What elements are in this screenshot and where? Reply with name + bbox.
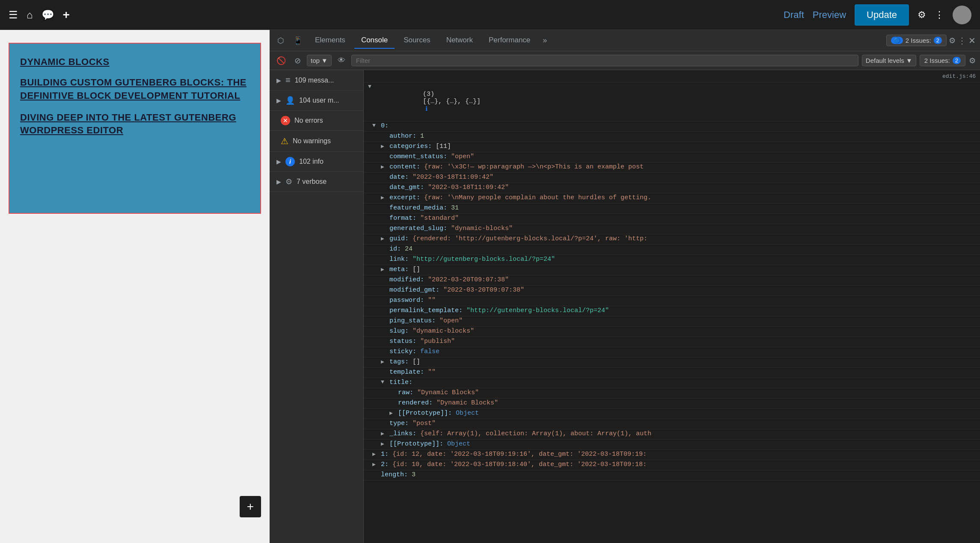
context-selector[interactable]: top ▼: [307, 55, 332, 66]
msg-verbose-label: 7 verbose: [297, 178, 327, 186]
info-badge: ℹ: [425, 106, 428, 112]
block-title[interactable]: DYNAMIC BLOCKS: [20, 56, 249, 68]
console-line-meta[interactable]: ▶ meta: []: [364, 265, 980, 275]
array-index: (3): [423, 91, 438, 98]
msg-errors-label: No errors: [294, 117, 323, 124]
verbose-icon: ⚙: [285, 177, 292, 186]
issues-count-badge: 2: [934, 37, 942, 44]
tab-console[interactable]: Console: [354, 32, 395, 49]
add-block-icon[interactable]: +: [63, 8, 70, 22]
devtools-toolbar: 🚫 ⊘ top ▼ 👁 Default levels ▼ 2 Issues: 2…: [270, 51, 980, 70]
console-line-ping-status: ping_status: "open": [364, 316, 980, 327]
devtools-settings-icon[interactable]: ⚙: [949, 36, 956, 45]
console-line-comment-status: comment_status: "open": [364, 152, 980, 162]
clear-console-icon[interactable]: 🚫: [274, 53, 288, 68]
console-line-links[interactable]: ▶ _links: {self: Array(1), collection: A…: [364, 429, 980, 440]
console-line-link: link: "http://gutenberg-blocks.local/?p=…: [364, 255, 980, 265]
tab-network[interactable]: Network: [440, 32, 480, 49]
user-icon: 👤: [285, 96, 295, 105]
console-line-proto[interactable]: ▶ [[Prototype]]: Object: [364, 440, 980, 450]
msg-info[interactable]: ▶ i 102 info: [270, 152, 363, 172]
console-line-type: type: "post": [364, 419, 980, 429]
levels-dropdown-icon: ▼: [906, 57, 912, 64]
preview-button[interactable]: Preview: [813, 9, 846, 21]
hamburger-icon[interactable]: ☰: [9, 9, 18, 21]
console-line-featured-media: featured_media: 31: [364, 204, 980, 214]
console-line-id: id: 24: [364, 245, 980, 255]
devtools-close-icon[interactable]: ✕: [968, 35, 976, 46]
settings-icon[interactable]: ⚙: [918, 9, 926, 21]
add-block-button[interactable]: +: [240, 496, 261, 517]
inspect-icon[interactable]: ⬡: [274, 32, 288, 49]
issues-toolbar-badge: 2: [953, 57, 961, 64]
msg-warnings-label: No warnings: [293, 137, 331, 145]
console-line-categories[interactable]: ▶ categories: [11]: [364, 142, 980, 152]
console-line-title[interactable]: ▼ title:: [364, 378, 980, 388]
collapse-arrow[interactable]: ▼: [368, 83, 374, 90]
content-block: DYNAMIC BLOCKS BUILDING CUSTOM GUTENBERG…: [9, 43, 261, 214]
msg-warnings[interactable]: ⚠ No warnings: [270, 131, 363, 152]
issues-count-toolbar[interactable]: 2 Issues: 2: [920, 55, 965, 66]
console-line-1[interactable]: ▶ 1: {id: 12, date: '2022-03-18T09:19:16…: [364, 450, 980, 460]
more-tabs-icon[interactable]: »: [539, 32, 550, 48]
msg-user-label: 104 user m...: [299, 97, 339, 104]
console-line-length: length: 3: [364, 470, 980, 481]
tab-elements[interactable]: Elements: [308, 32, 352, 49]
context-dropdown-icon: ▼: [321, 57, 328, 64]
msg-info-label: 102 info: [299, 158, 324, 165]
eye-icon[interactable]: 👁: [335, 53, 348, 68]
block-subtitle[interactable]: BUILDING CUSTOM GUTENBERG BLOCKS: THE DE…: [20, 76, 249, 103]
message-sidebar: ▶ ≡ 109 messa... ▶ 👤 104 user m... ✕ No …: [270, 70, 364, 543]
devtools-more-icon[interactable]: ⋮: [958, 35, 966, 46]
console-line-guid[interactable]: ▶ guid: {rendered: 'http://gutenberg-blo…: [364, 234, 980, 245]
draft-button[interactable]: Draft: [784, 9, 804, 21]
msg-user[interactable]: ▶ 👤 104 user m...: [270, 91, 363, 111]
editor-area: DYNAMIC BLOCKS BUILDING CUSTOM GUTENBERG…: [0, 30, 270, 543]
device-icon[interactable]: 📱: [290, 32, 306, 49]
block-desc[interactable]: DIVING DEEP INTO THE LATEST GUTENBERG WO…: [20, 111, 249, 138]
arrow-0[interactable]: ▼: [372, 122, 378, 129]
console-line-permalink: permalink_template: "http://gutenberg-bl…: [364, 306, 980, 316]
comment-icon[interactable]: 💬: [42, 9, 54, 21]
expand-arrow-verbose: ▶: [276, 178, 281, 185]
console-line-password: password: "": [364, 296, 980, 306]
console-line-excerpt[interactable]: ▶ excerpt: {raw: '\nMany people complain…: [364, 193, 980, 204]
arrow-content[interactable]: ▶: [381, 163, 387, 170]
console-line-template: template: "": [364, 368, 980, 378]
tab-performance[interactable]: Performance: [482, 32, 537, 49]
list-icon: ≡: [285, 75, 291, 85]
console-line-generated-slug: generated_slug: "dynamic-blocks": [364, 224, 980, 234]
console-line-title-raw: raw: "Dynamic Blocks": [364, 388, 980, 398]
ban-icon[interactable]: ⊘: [292, 53, 303, 68]
update-button[interactable]: Update: [855, 4, 909, 26]
more-options-icon[interactable]: ⋮: [935, 9, 944, 21]
source-link[interactable]: edit.js:46: [942, 73, 976, 80]
expand-arrow: ▶: [276, 77, 281, 84]
context-label: top: [311, 57, 320, 64]
console-line-content[interactable]: ▶ content: {raw: '\x3C!— wp:paragraph —>…: [364, 162, 980, 173]
console-line-date: date: "2022-03-18T11:09:42": [364, 173, 980, 183]
devtools-content: ▶ ≡ 109 messa... ▶ 👤 104 user m... ✕ No …: [270, 70, 980, 543]
filter-input[interactable]: [351, 55, 858, 66]
devtools-panel: ⬡ 📱 Elements Console Sources Network Per…: [270, 30, 980, 543]
console-line-tags[interactable]: ▶ tags: []: [364, 357, 980, 368]
console-line-0[interactable]: ▼ 0:: [364, 121, 980, 132]
msg-verbose[interactable]: ▶ ⚙ 7 verbose: [270, 172, 363, 192]
msg-errors[interactable]: ✕ No errors: [270, 111, 363, 131]
issues-badge[interactable]: 🔵 2 Issues: 2: [886, 35, 947, 46]
levels-selector[interactable]: Default levels ▼: [862, 55, 916, 66]
info-icon: i: [285, 157, 295, 166]
console-line-proto-title[interactable]: ▶ [[Prototype]]: Object: [364, 409, 980, 419]
tab-sources[interactable]: Sources: [397, 32, 437, 49]
console-line-array[interactable]: ▼ (3) [{…}, {…}, {…}] ℹ: [364, 83, 980, 121]
console-line-top: edit.js:46: [364, 72, 980, 83]
issues-icon: 🔵: [891, 37, 903, 44]
console-line-slug: slug: "dynamic-blocks": [364, 327, 980, 337]
arrow-categories[interactable]: ▶: [381, 143, 387, 150]
home-icon[interactable]: ⌂: [27, 9, 33, 21]
console-settings-icon[interactable]: ⚙: [969, 56, 976, 65]
console-output[interactable]: edit.js:46 ▼ (3) [{…}, {…}, {…}] ℹ ▼ 0:: [364, 70, 980, 543]
console-line-2[interactable]: ▶ 2: {id: 10, date: '2022-03-18T09:18:40…: [364, 460, 980, 470]
msg-all[interactable]: ▶ ≡ 109 messa...: [270, 70, 363, 91]
avatar[interactable]: [953, 6, 971, 24]
